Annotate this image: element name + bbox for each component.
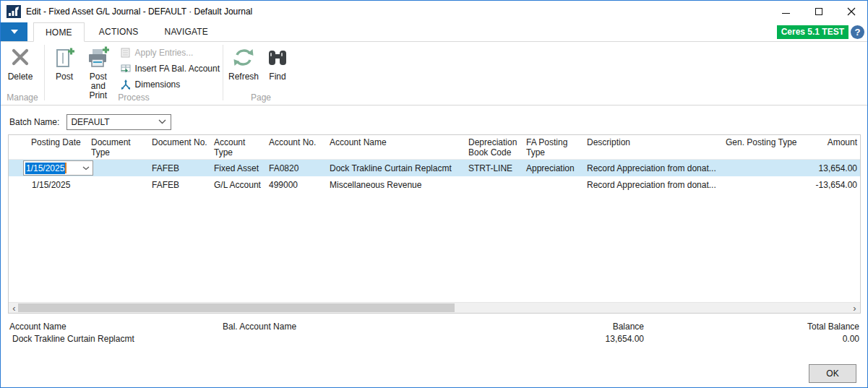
dimensions-icon bbox=[120, 79, 132, 90]
column-header-depreciation-book-code[interactable]: Depreciation Book Code bbox=[465, 137, 523, 158]
minimize-button[interactable] bbox=[770, 1, 802, 22]
batch-name-row: Batch Name: DEFAULT bbox=[1, 109, 867, 134]
total-balance-value: 0.00 bbox=[722, 334, 859, 344]
application-menu-button[interactable] bbox=[1, 22, 27, 41]
app-window: Edit - Fixed Asset G/L Journal - DEFAULT… bbox=[0, 0, 868, 388]
tab-navigate[interactable]: NAVIGATE bbox=[153, 22, 220, 41]
maximize-button[interactable] bbox=[802, 1, 835, 22]
cell-description[interactable]: Record Appreciation from donat... bbox=[584, 180, 723, 190]
tab-actions[interactable]: ACTIONS bbox=[87, 22, 150, 41]
binoculars-icon bbox=[267, 45, 288, 71]
column-header-amount[interactable]: Amount bbox=[811, 137, 861, 147]
cell-account-no[interactable]: FA0820 bbox=[266, 163, 327, 173]
group-label-manage: Manage bbox=[1, 92, 44, 103]
column-header-account-no[interactable]: Account No. bbox=[266, 137, 327, 147]
ribbon-group-page: Refresh Find Page bbox=[223, 42, 298, 105]
footer-summary: Account Name Dock Trakline Curtain Repla… bbox=[1, 316, 867, 349]
text-caret bbox=[65, 163, 66, 173]
post-document-icon bbox=[53, 45, 76, 71]
account-name-label: Account Name bbox=[9, 322, 66, 332]
cell-document-no[interactable]: FAFEB bbox=[149, 180, 211, 190]
bal-account-name-label: Bal. Account Name bbox=[223, 322, 296, 332]
find-button[interactable]: Find bbox=[261, 43, 294, 82]
column-header-document-type[interactable]: Document Type bbox=[88, 137, 149, 158]
column-header-account-type[interactable]: Account Type bbox=[211, 137, 266, 158]
posting-date-value: 1/15/2025 bbox=[25, 163, 65, 174]
cell-fa-posting-type[interactable]: Appreciation bbox=[523, 163, 584, 173]
cell-account-type[interactable]: Fixed Asset bbox=[211, 163, 266, 173]
row-selector[interactable] bbox=[9, 160, 16, 176]
grid-header-row: Posting Date Document Type Document No. … bbox=[9, 135, 860, 160]
grid-empty-area[interactable] bbox=[9, 193, 860, 302]
column-header-account-name[interactable]: Account Name bbox=[327, 137, 465, 147]
account-name-value: Dock Trakline Curtain Replacmt bbox=[12, 334, 134, 344]
scroll-right-icon[interactable]: › bbox=[849, 303, 860, 314]
column-header-document-no[interactable]: Document No. bbox=[149, 137, 211, 147]
batch-name-value: DEFAULT bbox=[71, 117, 109, 127]
chevron-down-icon[interactable] bbox=[82, 166, 90, 171]
journal-lines-grid: Posting Date Document Type Document No. … bbox=[8, 134, 861, 314]
close-icon bbox=[847, 7, 856, 16]
group-label-process: Process bbox=[45, 92, 223, 103]
cell-account-name[interactable]: Dock Trakline Curtain Replacmt bbox=[327, 163, 465, 173]
table-row[interactable]: 1/15/2025 FAFEB Fixed Asset FA0820 Dock … bbox=[9, 160, 860, 176]
row-selector[interactable] bbox=[9, 176, 16, 193]
total-balance-label: Total Balance bbox=[722, 322, 859, 332]
row-selector-header bbox=[9, 137, 16, 159]
title-bar: Edit - Fixed Asset G/L Journal - DEFAULT… bbox=[1, 1, 867, 22]
balance-value: 13,654.00 bbox=[507, 334, 644, 344]
cell-account-type[interactable]: G/L Account bbox=[211, 180, 266, 190]
balance-label: Balance bbox=[507, 322, 644, 332]
posting-date-editor[interactable]: 1/15/2025 bbox=[23, 160, 93, 176]
cell-posting-date[interactable]: 1/15/2025 bbox=[16, 180, 88, 190]
window-controls bbox=[770, 1, 867, 22]
scrollbar-thumb[interactable] bbox=[18, 303, 455, 312]
refresh-button[interactable]: Refresh bbox=[226, 43, 261, 82]
apply-entries-icon bbox=[120, 47, 132, 59]
cell-description[interactable]: Record Appreciation from donat... bbox=[584, 163, 723, 173]
tab-home[interactable]: HOME bbox=[33, 22, 85, 42]
cell-document-no[interactable]: FAFEB bbox=[149, 163, 211, 173]
delete-button[interactable]: Delete bbox=[4, 43, 37, 82]
chevron-down-icon bbox=[158, 119, 166, 124]
cell-amount[interactable]: 13,654.00 bbox=[811, 163, 861, 173]
column-header-posting-date[interactable]: Posting Date bbox=[16, 137, 88, 147]
insert-fa-bal-account-icon bbox=[120, 63, 132, 74]
ribbon: Delete Manage Post bbox=[1, 42, 867, 105]
group-label-page: Page bbox=[223, 92, 298, 103]
printer-icon bbox=[86, 45, 111, 71]
dimensions-button[interactable]: Dimensions bbox=[120, 77, 220, 92]
minimize-icon bbox=[782, 13, 790, 14]
column-header-gen-posting-type[interactable]: Gen. Posting Type bbox=[723, 137, 811, 147]
cell-account-no[interactable]: 499000 bbox=[266, 180, 327, 190]
batch-name-select[interactable]: DEFAULT bbox=[66, 114, 171, 130]
refresh-icon bbox=[231, 45, 256, 71]
ribbon-group-manage: Delete Manage bbox=[1, 42, 44, 105]
cell-amount[interactable]: -13,654.00 bbox=[811, 180, 861, 190]
apply-entries-button[interactable]: Apply Entries... bbox=[120, 46, 220, 60]
company-badge: Ceres 5.1 TEST bbox=[777, 25, 848, 39]
dynamics-nav-app-icon bbox=[7, 5, 21, 18]
close-button[interactable] bbox=[835, 1, 867, 22]
maximize-icon bbox=[815, 8, 822, 15]
cell-account-name[interactable]: Miscellaneous Revenue bbox=[327, 180, 465, 190]
insert-fa-bal-account-button[interactable]: Insert FA Bal. Account bbox=[120, 61, 220, 76]
column-header-fa-posting-type[interactable]: FA Posting Type bbox=[523, 137, 584, 158]
batch-name-label: Batch Name: bbox=[9, 117, 59, 127]
help-icon[interactable]: ? bbox=[851, 25, 864, 39]
horizontal-scrollbar[interactable]: ‹ › bbox=[9, 302, 860, 313]
chevron-down-icon bbox=[11, 30, 18, 34]
column-header-description[interactable]: Description bbox=[584, 137, 723, 147]
post-button[interactable]: Post bbox=[48, 43, 81, 82]
delete-x-icon bbox=[9, 45, 31, 71]
ribbon-group-process: Post Post and Print bbox=[45, 42, 223, 105]
table-row[interactable]: 1/15/2025 FAFEB G/L Account 499000 Misce… bbox=[9, 176, 860, 193]
window-title: Edit - Fixed Asset G/L Journal - DEFAULT… bbox=[26, 7, 252, 17]
ribbon-tab-bar: HOME ACTIONS NAVIGATE Ceres 5.1 TEST ? bbox=[1, 22, 867, 42]
cell-depreciation-book-code[interactable]: STRT-LINE bbox=[465, 163, 523, 173]
ok-button[interactable]: OK bbox=[809, 364, 856, 383]
